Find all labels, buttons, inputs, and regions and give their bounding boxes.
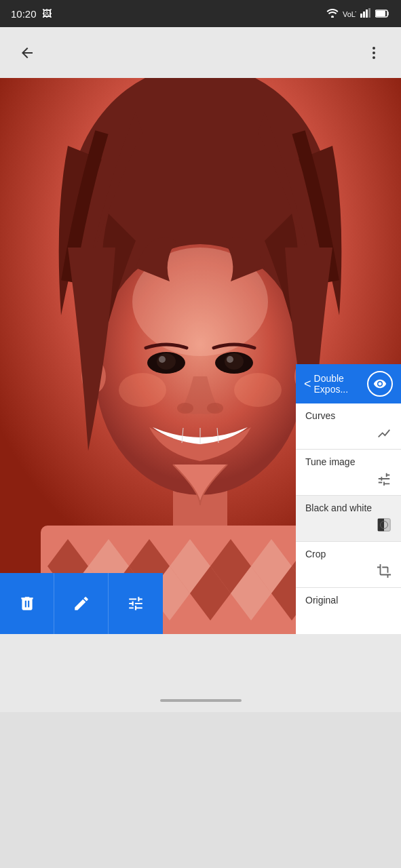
edit-button[interactable] bbox=[54, 573, 109, 634]
svg-rect-7 bbox=[376, 11, 385, 16]
status-left: 10:20 🖼 bbox=[11, 8, 52, 20]
status-right: VoLTE bbox=[326, 8, 390, 20]
network-bars bbox=[360, 8, 371, 20]
svg-point-10 bbox=[373, 56, 375, 59]
curves-label: Curves bbox=[305, 410, 335, 421]
panel-item-curves[interactable]: Curves bbox=[296, 403, 401, 450]
original-label: Original bbox=[305, 595, 338, 606]
svg-rect-3 bbox=[363, 12, 365, 18]
signal-icon: VoLTE bbox=[343, 8, 356, 20]
wifi-icon bbox=[326, 8, 339, 20]
svg-point-29 bbox=[234, 373, 282, 407]
overlay-actions bbox=[0, 573, 163, 634]
bw-label: Black and white bbox=[305, 502, 372, 513]
panel-item-bw[interactable]: Black and white bbox=[296, 496, 401, 542]
svg-text:VoLTE: VoLTE bbox=[343, 10, 356, 18]
panel-item-tune[interactable]: Tune image bbox=[296, 450, 401, 496]
svg-point-22 bbox=[227, 356, 233, 363]
svg-point-9 bbox=[373, 52, 375, 54]
tune-label: Tune image bbox=[305, 456, 355, 467]
more-options-button[interactable] bbox=[360, 39, 387, 66]
crop-icon bbox=[377, 564, 392, 582]
svg-point-0 bbox=[331, 16, 334, 18]
adjust-button[interactable] bbox=[109, 573, 163, 634]
bottom-handle bbox=[160, 699, 242, 702]
image-overlay-toolbar: < Double Expos... Curves Tune ima bbox=[0, 573, 401, 634]
panel-item-original[interactable]: Original bbox=[296, 588, 401, 634]
svg-point-8 bbox=[373, 47, 375, 50]
svg-point-24 bbox=[207, 403, 223, 414]
panel-item-crop[interactable]: Crop bbox=[296, 542, 401, 588]
image-area: < Double Expos... Curves Tune ima bbox=[0, 78, 401, 634]
double-expose-header: < Double Expos... bbox=[296, 364, 401, 403]
panel-back-button[interactable]: < bbox=[304, 377, 311, 391]
battery-icon bbox=[375, 8, 390, 20]
back-button[interactable] bbox=[14, 39, 41, 66]
svg-rect-2 bbox=[360, 14, 362, 18]
bw-icon bbox=[377, 517, 392, 536]
top-toolbar bbox=[0, 27, 401, 78]
svg-point-23 bbox=[177, 403, 193, 414]
panel-title: Double Expos... bbox=[314, 373, 367, 395]
side-panel: < Double Expos... Curves Tune ima bbox=[296, 364, 401, 634]
svg-rect-5 bbox=[368, 8, 370, 18]
svg-point-28 bbox=[119, 373, 166, 407]
status-bar: 10:20 🖼 VoLTE bbox=[0, 0, 401, 27]
crop-label: Crop bbox=[305, 549, 326, 559]
tune-icon bbox=[377, 471, 392, 490]
svg-rect-4 bbox=[366, 9, 368, 18]
time-label: 10:20 bbox=[11, 8, 37, 20]
svg-point-19 bbox=[159, 356, 166, 363]
curves-icon bbox=[377, 425, 392, 443]
photo-icon: 🖼 bbox=[42, 8, 52, 19]
eye-toggle-button[interactable] bbox=[367, 371, 393, 397]
bottom-area bbox=[0, 634, 401, 712]
delete-button[interactable] bbox=[0, 573, 54, 634]
